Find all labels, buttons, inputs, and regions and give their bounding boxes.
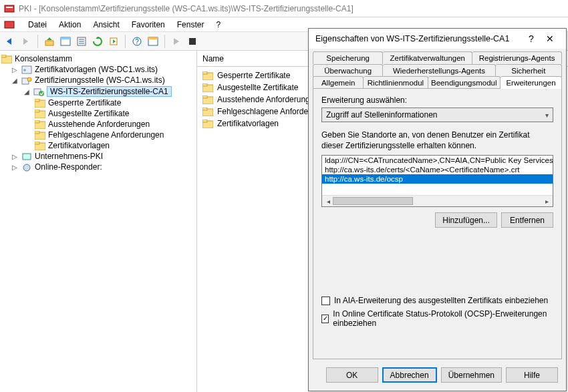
location-item[interactable]: ldap:///CN=<CATruncatedName>,CN=AIA,CN=P… — [322, 156, 553, 165]
tree-pane: Konsolenstamm ▷ Zertifikatvorlagen (WS-D… — [0, 51, 197, 392]
tab-zertverwaltungen[interactable]: Zertifikatverwaltungen — [383, 51, 472, 64]
apply-button[interactable]: Übernehmen — [441, 367, 502, 383]
location-text: ldap:///CN=<CATruncatedName>,CN=AIA,CN=P… — [325, 156, 553, 164]
tree-item[interactable]: ▷ Zertifikatvorlagen (WS-DC1.ws.its) — [1, 64, 195, 75]
console-icon — [1, 55, 12, 63]
ca-ok-icon — [33, 87, 44, 97]
svg-rect-43 — [202, 108, 207, 110]
tree-item-selected[interactable]: ◢ WS-ITS-Zertifizierungsstelle-CA1 — [1, 85, 195, 97]
tree-item-label: Fehlgeschlagene Anforderungen — [48, 130, 164, 140]
chevron-right-icon[interactable]: ▷ — [11, 66, 19, 73]
tab-erweiterungen[interactable]: Erweiterungen — [501, 76, 562, 89]
tab-wiederherstellung[interactable]: Wiederherstellungs-Agents — [383, 64, 495, 77]
svg-rect-25 — [35, 99, 39, 102]
menu-ansicht[interactable]: Ansicht — [88, 19, 124, 31]
tree-item-label: Zertifikatvorlagen (WS-DC1.ws.its) — [35, 65, 158, 74]
chevron-down-icon[interactable]: ◢ — [23, 88, 31, 95]
tab-allgemein[interactable]: Allgemein — [313, 76, 364, 89]
up-icon[interactable] — [43, 35, 55, 47]
checkbox-checked-icon: ✓ — [321, 315, 329, 323]
properties-icon[interactable] — [76, 35, 88, 47]
tree-item[interactable]: Ausstehende Anforderungen — [1, 119, 195, 130]
scroll-left-icon[interactable]: ◂ — [323, 198, 333, 205]
add-button[interactable]: Hinzufügen... — [435, 212, 497, 228]
help-icon[interactable]: ? — [131, 35, 143, 47]
play-icon — [170, 35, 182, 47]
cert-template-icon — [21, 65, 32, 74]
tree-item-label: Gesperrte Zertifikate — [48, 98, 121, 108]
tree-item[interactable]: Gesperrte Zertifikate — [1, 97, 195, 108]
svg-rect-34 — [23, 154, 31, 160]
tree-item[interactable]: Zertifikatvorlagen — [1, 140, 195, 151]
location-item-selected[interactable]: http://ca.ws-its.de/ocsp — [322, 174, 553, 184]
button-label: Hilfe — [524, 371, 540, 380]
svg-rect-3 — [45, 41, 53, 45]
new-window-icon[interactable] — [147, 35, 159, 47]
menu-fenster[interactable]: Fenster — [172, 19, 210, 31]
tree-root[interactable]: Konsolenstamm — [1, 53, 195, 64]
export-icon[interactable] — [108, 35, 120, 47]
refresh-icon[interactable] — [92, 35, 104, 47]
tree-item[interactable]: Ausgestellte Zertifikate — [1, 108, 195, 119]
menu-datei[interactable]: Datei — [23, 19, 52, 31]
scroll-thumb[interactable] — [333, 197, 413, 205]
chevron-right-icon[interactable]: ▷ — [11, 153, 19, 160]
cancel-button[interactable]: Abbrechen — [382, 367, 437, 383]
ca-icon — [21, 76, 32, 85]
checkbox-ocsp[interactable]: ✓ In Online Certificate Status-Protokoll… — [321, 309, 553, 328]
svg-point-19 — [23, 69, 26, 71]
chevron-down-icon: ▾ — [545, 112, 549, 119]
tabstrip: Speicherung Zertifikatverwaltungen Regis… — [309, 49, 566, 89]
ext-select[interactable]: Zugriff auf Stelleninformationen ▾ — [321, 108, 553, 122]
folder-icon — [35, 120, 45, 129]
horizontal-scrollbar[interactable]: ◂ ▸ — [322, 195, 553, 206]
help-button[interactable]: Hilfe — [506, 367, 558, 383]
location-item[interactable]: http://ca.ws-its.de/certs/<CaName><Certi… — [322, 165, 553, 174]
menu-favoriten[interactable]: Favoriten — [126, 19, 170, 31]
menu-help[interactable]: ? — [210, 19, 226, 31]
svg-rect-29 — [35, 120, 39, 123]
app-icon-small — [4, 19, 15, 30]
locations-listbox[interactable]: ldap:///CN=<CATruncatedName>,CN=AIA,CN=P… — [321, 155, 553, 207]
tree-item[interactable]: Fehlgeschlagene Anforderungen — [1, 130, 195, 140]
tab-speicherung[interactable]: Speicherung — [313, 51, 383, 64]
tab-sicherheit[interactable]: Sicherheit — [496, 64, 562, 77]
button-label: Entfernen — [510, 216, 545, 225]
ext-description: Geben Sie Standorte an, von denen Benutz… — [321, 130, 553, 151]
tree-item[interactable]: ▷ Unternehmens-PKI — [1, 151, 195, 162]
tree-item[interactable]: ▷ Online-Responder: — [1, 162, 195, 172]
tab-label: Beendigungsmodul — [431, 79, 496, 87]
tab-richtlinien[interactable]: Richtlinienmodul — [364, 76, 428, 89]
show-hide-tree-icon[interactable] — [59, 35, 72, 47]
chevron-right-icon[interactable]: ▷ — [11, 164, 19, 171]
svg-rect-0 — [5, 5, 14, 12]
checkbox-aia[interactable]: In AIA-Erweiterung des ausgestellten Zer… — [321, 296, 553, 305]
stop-icon[interactable] — [186, 35, 198, 47]
tab-label: Wiederherstellungs-Agents — [393, 67, 485, 75]
tab-label: Erweiterungen — [506, 79, 555, 87]
tab-ueberwachung[interactable]: Überwachung — [313, 64, 383, 77]
svg-rect-5 — [61, 37, 70, 39]
menu-aktion[interactable]: Aktion — [53, 19, 86, 31]
location-text: http://ca.ws-its.de/certs/<CaName><Certi… — [325, 166, 519, 174]
dialog-help-icon[interactable]: ? — [522, 33, 541, 44]
tree-item[interactable]: ◢ Zertifizierungsstelle (WS-CA1.ws.its) — [1, 75, 195, 85]
tree-root-label: Konsolenstamm — [15, 54, 72, 63]
tab-beendigung[interactable]: Beendigungsmodul — [428, 76, 501, 89]
chevron-down-icon[interactable]: ◢ — [11, 77, 19, 84]
tab-reg-agents[interactable]: Registrierungs-Agents — [472, 51, 562, 64]
tree-item-label: Zertifikatvorlagen — [48, 141, 110, 150]
folder-icon — [35, 142, 45, 150]
ok-button[interactable]: OK — [326, 367, 378, 383]
ext-label: Erweiterung auswählen: — [321, 95, 553, 105]
scroll-right-icon[interactable]: ▸ — [542, 198, 551, 205]
back-icon[interactable] — [4, 35, 16, 47]
folder-icon — [35, 110, 45, 118]
folder-icon — [35, 131, 45, 140]
tab-label: Registrierungs-Agents — [479, 54, 555, 62]
folder-icon — [202, 83, 213, 92]
close-icon[interactable]: ✕ — [541, 33, 559, 44]
folder-icon — [35, 99, 45, 108]
remove-button[interactable]: Entfernen — [501, 212, 553, 228]
dialog-titlebar: Eigenschaften von WS-ITS-Zertifizierungs… — [309, 29, 566, 49]
